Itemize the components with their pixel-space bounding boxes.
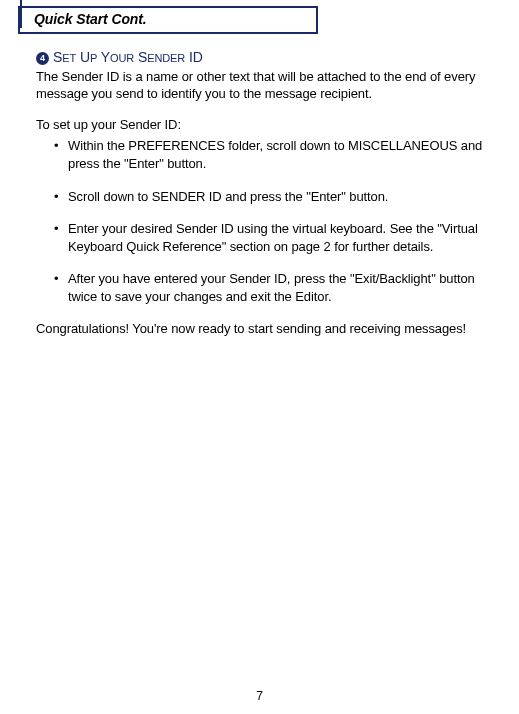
closing-paragraph: Congratulations! You're now ready to sta… [36,320,491,338]
list-item: Enter your desired Sender ID using the v… [54,220,491,255]
page-number: 7 [0,688,519,704]
list-item: Within the PREFERENCES folder, scroll do… [54,137,491,172]
instruction-list: Within the PREFERENCES folder, scroll do… [36,137,491,305]
list-item: After you have entered your Sender ID, p… [54,270,491,305]
section-header-box: Quick Start Cont. [18,6,318,34]
section-header-title: Quick Start Cont. [34,11,147,27]
intro-paragraph: The Sender ID is a name or other text th… [36,68,491,103]
step-heading: 4SET UP YOUR SENDER ID [36,48,491,67]
list-item: Scroll down to SENDER ID and press the "… [54,188,491,206]
page-content: 4SET UP YOUR SENDER ID The Sender ID is … [36,34,491,338]
step-number-badge: 4 [36,52,49,65]
step-heading-text: SET UP YOUR SENDER ID [53,49,203,65]
list-lead-in: To set up your Sender ID: [36,116,491,134]
